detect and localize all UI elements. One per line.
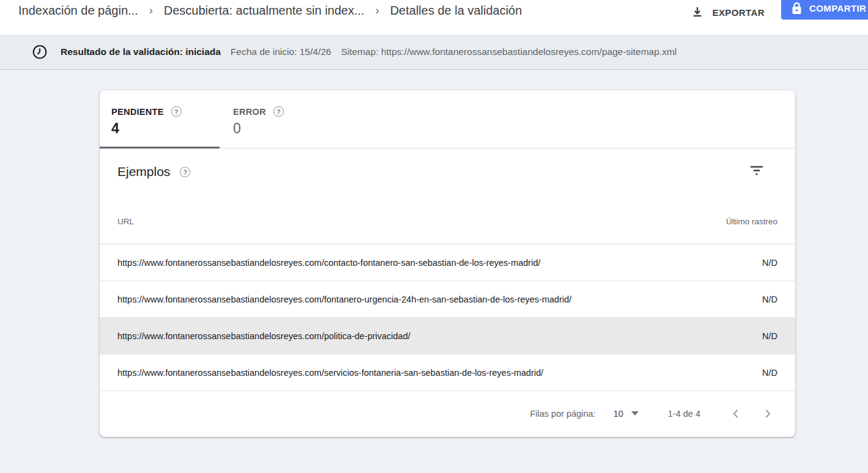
share-button[interactable]: COMPARTIR bbox=[781, 0, 868, 20]
tab-pendiente[interactable]: PENDIENTE 4 bbox=[100, 90, 220, 148]
breadcrumb: Indexación de págin... › Descubierta: ac… bbox=[18, 0, 522, 21]
row-url[interactable]: https://www.fontanerossansebastiandelosr… bbox=[117, 295, 571, 304]
chevron-down-icon bbox=[631, 411, 639, 416]
chevron-right-icon: › bbox=[148, 4, 154, 17]
validation-details-card: PENDIENTE 4 ERROR 0 Ejemplos URL Últ bbox=[100, 90, 795, 437]
filter-icon bbox=[749, 164, 764, 177]
table-row[interactable]: https://www.fontanerossansebastiandelosr… bbox=[100, 354, 795, 391]
row-last-crawl: N/D bbox=[762, 331, 777, 341]
next-page-button[interactable] bbox=[760, 406, 775, 422]
clock-icon bbox=[32, 44, 48, 60]
tab-error-label: ERROR bbox=[233, 107, 266, 117]
breadcrumb-item-validation-details: Detalles de la validación bbox=[390, 4, 522, 18]
validation-sitemap: Sitemap: https://www.fontanerossansebast… bbox=[341, 46, 677, 57]
chevron-left-icon bbox=[731, 408, 741, 419]
help-icon[interactable] bbox=[171, 106, 182, 117]
top-bar: Indexación de págin... › Descubierta: ac… bbox=[0, 0, 868, 35]
pagination: Filas por página: 10 1-4 de 4 bbox=[100, 391, 795, 436]
rows-per-page-value: 10 bbox=[614, 409, 623, 419]
breadcrumb-item-discovered-not-indexed[interactable]: Descubierta: actualmente sin index... bbox=[164, 4, 365, 18]
tab-pendiente-count: 4 bbox=[111, 120, 220, 137]
export-button[interactable]: EXPORTAR bbox=[691, 6, 765, 19]
pagination-range: 1-4 de 4 bbox=[668, 409, 700, 419]
table-row[interactable]: https://www.fontanerossansebastiandelosr… bbox=[100, 244, 795, 281]
tab-error-count: 0 bbox=[233, 120, 341, 137]
tab-error[interactable]: ERROR 0 bbox=[221, 90, 341, 148]
row-url[interactable]: https://www.fontanerossansebastiandelosr… bbox=[117, 331, 410, 341]
validation-status-bar: Resultado de la validación: iniciada Fec… bbox=[0, 35, 868, 70]
table-row[interactable]: https://www.fontanerossansebastiandelosr… bbox=[100, 281, 795, 318]
validation-start-date: Fecha de inicio: 15/4/26 bbox=[231, 46, 332, 57]
breadcrumb-item-page-indexing[interactable]: Indexación de págin... bbox=[18, 4, 138, 18]
table-row[interactable]: https://www.fontanerossansebastiandelosr… bbox=[100, 318, 795, 354]
row-last-crawl: N/D bbox=[762, 368, 777, 378]
share-button-label: COMPARTIR bbox=[809, 3, 866, 13]
row-url[interactable]: https://www.fontanerossansebastiandelosr… bbox=[117, 368, 543, 378]
examples-title: Ejemplos bbox=[117, 164, 170, 179]
chevron-right-icon bbox=[763, 408, 773, 419]
column-header-url: URL bbox=[117, 217, 134, 226]
column-header-last-crawl: Último rastreo bbox=[726, 217, 777, 226]
examples-header: Ejemplos bbox=[100, 148, 795, 186]
rows-per-page-label: Filas por página: bbox=[530, 409, 595, 419]
validation-result-label: Resultado de la validación: iniciada bbox=[61, 46, 221, 57]
help-icon[interactable] bbox=[180, 167, 190, 177]
row-last-crawl: N/D bbox=[762, 295, 777, 304]
table-column-headers: URL Último rastreo bbox=[100, 186, 795, 244]
previous-page-button[interactable] bbox=[729, 406, 743, 422]
row-url[interactable]: https://www.fontanerossansebastiandelosr… bbox=[117, 258, 541, 268]
lock-icon bbox=[792, 2, 802, 15]
topbar-actions: EXPORTAR bbox=[691, 0, 779, 24]
chevron-right-icon: › bbox=[374, 4, 380, 17]
help-icon[interactable] bbox=[273, 106, 284, 117]
status-tabs: PENDIENTE 4 ERROR 0 bbox=[100, 90, 795, 148]
download-icon bbox=[691, 6, 704, 19]
filter-button[interactable] bbox=[747, 162, 766, 179]
export-button-label: EXPORTAR bbox=[713, 7, 765, 18]
tab-pendiente-label: PENDIENTE bbox=[111, 107, 164, 117]
row-last-crawl: N/D bbox=[762, 258, 777, 268]
rows-per-page-select[interactable]: 10 bbox=[614, 409, 639, 419]
examples-table: https://www.fontanerossansebastiandelosr… bbox=[100, 244, 795, 391]
